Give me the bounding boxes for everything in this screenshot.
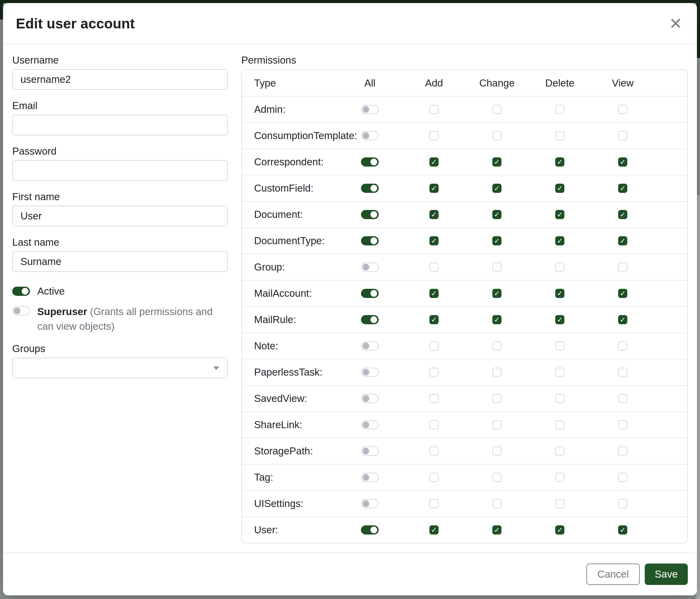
permission-delete-checkbox[interactable] <box>555 420 565 429</box>
permission-all-toggle[interactable] <box>361 420 379 429</box>
permission-add-checkbox[interactable] <box>429 499 439 508</box>
permission-delete-checkbox[interactable] <box>555 473 565 482</box>
permission-delete-checkbox[interactable] <box>555 341 565 351</box>
permission-view-checkbox[interactable] <box>618 420 627 429</box>
permission-change-checkbox[interactable] <box>492 263 501 272</box>
permission-add-checkbox[interactable]: ✓ <box>429 289 439 298</box>
toggle-knob <box>371 211 377 218</box>
permission-all-toggle[interactable] <box>361 210 379 219</box>
permission-change-checkbox[interactable]: ✓ <box>492 184 501 193</box>
permission-view-checkbox[interactable] <box>618 341 627 351</box>
permission-add-checkbox[interactable]: ✓ <box>429 158 439 167</box>
permission-delete-checkbox[interactable]: ✓ <box>555 289 565 298</box>
permission-add-checkbox[interactable] <box>429 341 439 351</box>
cancel-button[interactable]: Cancel <box>586 564 640 585</box>
permission-add-checkbox[interactable]: ✓ <box>429 210 439 219</box>
permission-all-toggle[interactable] <box>361 184 379 193</box>
permission-all-toggle[interactable] <box>361 473 379 482</box>
permission-delete-checkbox[interactable]: ✓ <box>555 315 565 324</box>
permission-add-checkbox[interactable] <box>429 447 439 456</box>
permission-add-checkbox[interactable]: ✓ <box>429 315 439 324</box>
permission-change-checkbox[interactable]: ✓ <box>492 289 501 298</box>
permission-change-checkbox[interactable] <box>492 473 501 482</box>
permission-all-toggle[interactable] <box>361 289 379 298</box>
permission-all-toggle[interactable] <box>361 447 379 456</box>
permission-change-checkbox[interactable]: ✓ <box>492 158 501 167</box>
permission-view-checkbox[interactable]: ✓ <box>618 236 627 245</box>
permission-all-toggle[interactable] <box>361 263 379 272</box>
permission-change-checkbox[interactable]: ✓ <box>492 525 501 534</box>
permission-delete-checkbox[interactable]: ✓ <box>555 236 565 245</box>
permission-delete-checkbox[interactable] <box>555 394 565 403</box>
close-icon[interactable]: ✕ <box>667 14 685 33</box>
page-scrollbar-thumb[interactable] <box>697 58 700 196</box>
active-toggle[interactable] <box>12 287 30 296</box>
permission-delete-checkbox[interactable] <box>555 368 565 377</box>
permission-delete-checkbox[interactable]: ✓ <box>555 158 565 167</box>
permission-view-checkbox[interactable] <box>618 131 627 140</box>
groups-select[interactable] <box>12 358 228 378</box>
permission-view-checkbox[interactable]: ✓ <box>618 289 627 298</box>
permission-add-checkbox[interactable] <box>429 394 439 403</box>
permission-add-checkbox[interactable] <box>429 263 439 272</box>
permission-view-checkbox[interactable]: ✓ <box>618 184 627 193</box>
permission-all-toggle[interactable] <box>361 315 379 324</box>
permission-delete-checkbox[interactable]: ✓ <box>555 210 565 219</box>
toggle-knob <box>362 342 369 349</box>
email-field[interactable] <box>12 115 228 136</box>
permission-view-checkbox[interactable] <box>618 394 627 403</box>
permission-view-checkbox[interactable] <box>618 263 627 272</box>
permission-change-checkbox[interactable] <box>492 420 501 429</box>
permission-all-toggle[interactable] <box>361 368 379 377</box>
save-button[interactable]: Save <box>645 564 688 585</box>
permission-add-checkbox[interactable] <box>429 131 439 140</box>
permission-all-toggle[interactable] <box>361 499 379 508</box>
permission-change-checkbox[interactable] <box>492 341 501 351</box>
first-name-field[interactable] <box>12 206 228 226</box>
username-field[interactable] <box>12 69 228 90</box>
permission-add-checkbox[interactable] <box>429 368 439 377</box>
permission-change-checkbox[interactable]: ✓ <box>492 236 501 245</box>
permission-delete-checkbox[interactable] <box>555 131 565 140</box>
permission-all-toggle[interactable] <box>361 525 379 534</box>
permission-all-toggle[interactable] <box>361 236 379 245</box>
toggle-knob <box>362 474 369 481</box>
permission-view-checkbox[interactable]: ✓ <box>618 525 627 534</box>
permission-delete-checkbox[interactable]: ✓ <box>555 184 565 193</box>
permission-change-checkbox[interactable] <box>492 131 501 140</box>
permission-add-checkbox[interactable]: ✓ <box>429 236 439 245</box>
permission-change-checkbox[interactable] <box>492 499 501 508</box>
permission-delete-checkbox[interactable] <box>555 499 565 508</box>
permission-add-checkbox[interactable] <box>429 473 439 482</box>
permission-view-checkbox[interactable]: ✓ <box>618 210 627 219</box>
permission-all-toggle[interactable] <box>361 131 379 140</box>
permission-all-toggle[interactable] <box>361 158 379 167</box>
permission-all-toggle[interactable] <box>361 105 379 114</box>
permission-view-checkbox[interactable] <box>618 368 627 377</box>
last-name-field[interactable] <box>12 251 228 272</box>
permission-delete-checkbox[interactable] <box>555 447 565 456</box>
permission-delete-checkbox[interactable]: ✓ <box>555 525 565 534</box>
permission-view-checkbox[interactable] <box>618 105 627 114</box>
permission-change-checkbox[interactable]: ✓ <box>492 315 501 324</box>
permission-delete-checkbox[interactable] <box>555 263 565 272</box>
permission-change-checkbox[interactable] <box>492 394 501 403</box>
permission-view-checkbox[interactable] <box>618 473 627 482</box>
permission-all-toggle[interactable] <box>361 341 379 351</box>
superuser-toggle[interactable] <box>12 306 30 315</box>
permission-change-checkbox[interactable]: ✓ <box>492 210 501 219</box>
permission-add-checkbox[interactable]: ✓ <box>429 525 439 534</box>
permission-view-checkbox[interactable] <box>618 499 627 508</box>
permission-view-checkbox[interactable] <box>618 447 627 456</box>
permission-add-checkbox[interactable] <box>429 420 439 429</box>
permission-view-checkbox[interactable]: ✓ <box>618 315 627 324</box>
permission-delete-checkbox[interactable] <box>555 105 565 114</box>
password-field[interactable] <box>12 160 228 181</box>
permission-add-checkbox[interactable]: ✓ <box>429 184 439 193</box>
permission-change-checkbox[interactable] <box>492 368 501 377</box>
permission-change-checkbox[interactable] <box>492 447 501 456</box>
permission-view-checkbox[interactable]: ✓ <box>618 158 627 167</box>
permission-all-toggle[interactable] <box>361 394 379 403</box>
permission-add-checkbox[interactable] <box>429 105 439 114</box>
permission-change-checkbox[interactable] <box>492 105 501 114</box>
